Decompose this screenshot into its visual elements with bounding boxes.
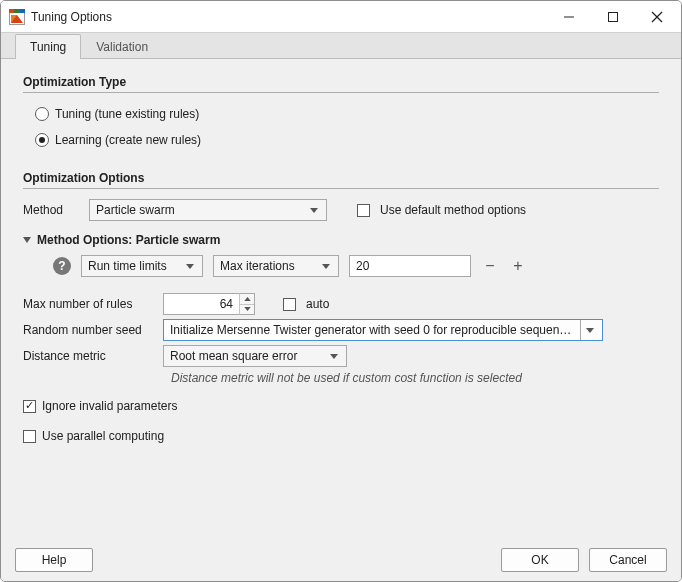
chevron-down-icon	[326, 354, 342, 359]
method-options-header[interactable]: Method Options: Particle swarm	[23, 233, 659, 247]
parallel-checkbox[interactable]	[23, 430, 36, 443]
section-title-optimization-type: Optimization Type	[23, 69, 659, 92]
window-title: Tuning Options	[31, 10, 112, 24]
seed-dropdown[interactable]: Initialize Mersenne Twister generator wi…	[163, 319, 603, 341]
spinner-buttons	[239, 293, 255, 315]
ignore-invalid-checkbox[interactable]	[23, 400, 36, 413]
button-label: Cancel	[609, 553, 646, 567]
remove-button[interactable]: −	[481, 257, 499, 275]
method-options-row: ? Run time limits Max iterations 20 − +	[53, 255, 659, 277]
ignore-invalid-label: Ignore invalid parameters	[42, 399, 177, 413]
svg-marker-7	[244, 297, 250, 301]
tab-validation[interactable]: Validation	[81, 34, 163, 59]
tab-label: Validation	[96, 40, 148, 54]
distance-value: Root mean square error	[170, 349, 326, 363]
max-rules-row: Max number of rules 64 auto	[23, 293, 659, 315]
seed-value: Initialize Mersenne Twister generator wi…	[170, 323, 576, 337]
section-rule	[23, 92, 659, 93]
radio-learning[interactable]	[35, 133, 49, 147]
runtime-limits-value: Run time limits	[88, 259, 182, 273]
section-rule	[23, 188, 659, 189]
svg-marker-4	[310, 208, 318, 213]
add-button[interactable]: +	[509, 257, 527, 275]
chevron-down-icon	[182, 264, 198, 269]
distance-dropdown[interactable]: Root mean square error	[163, 345, 347, 367]
method-row: Method Particle swarm Use default method…	[23, 199, 659, 221]
max-iterations-value: 20	[356, 259, 369, 273]
method-options-title: Method Options: Particle swarm	[37, 233, 220, 247]
auto-checkbox[interactable]	[283, 298, 296, 311]
radio-tuning[interactable]	[35, 107, 49, 121]
ignore-invalid-row[interactable]: Ignore invalid parameters	[23, 395, 659, 417]
minimize-icon	[563, 11, 575, 23]
caret-down-icon	[23, 237, 31, 243]
distance-hint: Distance metric will not be used if cust…	[171, 371, 659, 385]
cancel-button[interactable]: Cancel	[589, 548, 667, 572]
chevron-down-icon	[580, 320, 598, 340]
method-dropdown[interactable]: Particle swarm	[89, 199, 327, 221]
max-rules-value: 64	[220, 297, 233, 311]
ok-button[interactable]: OK	[501, 548, 579, 572]
svg-marker-10	[330, 354, 338, 359]
close-button[interactable]	[635, 2, 679, 32]
max-iterations-input[interactable]: 20	[349, 255, 471, 277]
button-label: OK	[531, 553, 548, 567]
maximize-icon	[607, 11, 619, 23]
dialog-body: Optimization Type Tuning (tune existing …	[1, 59, 681, 539]
matlab-app-icon	[9, 9, 25, 25]
radio-tuning-label: Tuning (tune existing rules)	[55, 107, 199, 121]
runtime-limits-dropdown[interactable]: Run time limits	[81, 255, 203, 277]
max-iterations-dropdown[interactable]: Max iterations	[213, 255, 339, 277]
seed-row: Random number seed Initialize Mersenne T…	[23, 319, 659, 341]
chevron-down-icon	[318, 264, 334, 269]
button-label: Help	[42, 553, 67, 567]
max-rules-label: Max number of rules	[23, 297, 153, 311]
svg-marker-9	[586, 328, 594, 333]
parallel-label: Use parallel computing	[42, 429, 164, 443]
distance-row: Distance metric Root mean square error	[23, 345, 659, 367]
svg-marker-8	[244, 307, 250, 311]
radio-tuning-row[interactable]: Tuning (tune existing rules)	[35, 103, 659, 125]
tab-bar: Tuning Validation	[1, 33, 681, 59]
tab-tuning[interactable]: Tuning	[15, 34, 81, 59]
close-icon	[651, 11, 663, 23]
radio-learning-row[interactable]: Learning (create new rules)	[35, 129, 659, 151]
seed-label: Random number seed	[23, 323, 153, 337]
spin-up[interactable]	[240, 294, 254, 305]
chevron-down-icon	[306, 208, 322, 213]
help-button[interactable]: Help	[15, 548, 93, 572]
minimize-button[interactable]	[547, 2, 591, 32]
method-label: Method	[23, 203, 79, 217]
svg-rect-1	[609, 12, 618, 21]
section-title-optimization-options: Optimization Options	[23, 165, 659, 188]
max-rules-spinner[interactable]: 64	[163, 293, 255, 315]
use-default-checkbox[interactable]	[357, 204, 370, 217]
titlebar: Tuning Options	[1, 1, 681, 33]
radio-learning-label: Learning (create new rules)	[55, 133, 201, 147]
max-iterations-label: Max iterations	[220, 259, 318, 273]
help-icon[interactable]: ?	[53, 257, 71, 275]
auto-label: auto	[306, 297, 329, 311]
svg-marker-5	[186, 264, 194, 269]
tab-label: Tuning	[30, 40, 66, 54]
distance-label: Distance metric	[23, 349, 153, 363]
spin-down[interactable]	[240, 305, 254, 315]
method-value: Particle swarm	[96, 203, 306, 217]
parallel-row[interactable]: Use parallel computing	[23, 425, 659, 447]
dialog-footer: Help OK Cancel	[1, 539, 681, 581]
max-rules-input[interactable]: 64	[163, 293, 239, 315]
maximize-button[interactable]	[591, 2, 635, 32]
tuning-options-window: Tuning Options Tuning Validation Optimiz…	[0, 0, 682, 582]
svg-marker-6	[322, 264, 330, 269]
use-default-label: Use default method options	[380, 203, 526, 217]
